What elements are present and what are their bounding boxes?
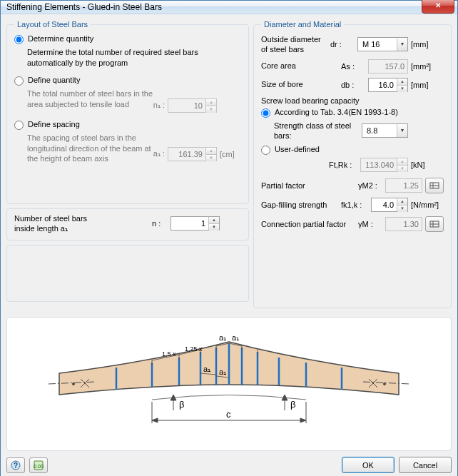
gap-input[interactable] xyxy=(372,198,397,211)
od-symbol: dr : xyxy=(330,40,355,49)
strength-class-combo[interactable]: 8.8 ▼ xyxy=(362,123,408,138)
empty-group xyxy=(6,245,249,302)
od-label: Outside diameter of steel bars xyxy=(261,34,327,55)
num-bars-label: Number of steel bars inside length a₁ xyxy=(14,213,152,234)
help-button[interactable]: ? xyxy=(6,457,25,473)
conn-label: Connection partial factor xyxy=(261,219,355,229)
core-symbol: As : xyxy=(341,62,365,71)
ftrk-spinner: ▲▼ xyxy=(360,158,408,172)
spin-up-icon[interactable]: ▲ xyxy=(397,198,407,206)
core-value xyxy=(369,60,407,73)
gap-spinner[interactable]: ▲▼ xyxy=(371,198,408,212)
ftrk-input xyxy=(361,158,397,171)
spin-down-icon: ▼ xyxy=(206,155,216,161)
spin-down-icon: ▼ xyxy=(397,166,407,172)
diagram-panel: 1,5 x 1,25 x a₁ a₁ a₁ a₁ xyxy=(6,317,452,451)
a1-spinner: ▲▼ xyxy=(168,147,217,161)
window-title: Stiffening Elements - Glued-in Steel Bar… xyxy=(6,2,422,12)
cancel-button[interactable]: Cancel xyxy=(399,457,452,473)
svg-text:0.00: 0.00 xyxy=(34,464,44,469)
ftrk-symbol: Ft,Rk : xyxy=(329,161,357,169)
spin-up-icon: ▲ xyxy=(206,148,216,155)
a1-symbol: a₁ : xyxy=(153,149,165,158)
beam-diagram: 1,5 x 1,25 x a₁ a₁ a₁ a₁ xyxy=(7,318,451,450)
ok-button[interactable]: OK xyxy=(342,457,395,473)
num-bars-group: Number of steel bars inside length a₁ n … xyxy=(6,208,249,240)
radio-define-quantity-label: Define quantity xyxy=(28,76,80,84)
radio-user-defined-label: User-defined xyxy=(275,145,320,153)
n1-input xyxy=(168,99,205,112)
bore-unit: [mm] xyxy=(411,81,444,89)
n-input[interactable] xyxy=(171,217,208,230)
bore-symbol: db : xyxy=(341,81,365,89)
strength-class-label: Strength class of steel bars: xyxy=(274,121,359,141)
partial-label: Partial factor xyxy=(261,181,355,191)
radio-according-tab-label: According to Tab. 3.4(EN 1993-1-8) xyxy=(275,108,398,116)
gap-symbol: fk1,k : xyxy=(341,201,368,209)
svg-text:?: ? xyxy=(14,462,18,470)
help-icon: ? xyxy=(11,460,21,470)
partial-settings-button[interactable] xyxy=(425,178,444,193)
a1-unit: [cm] xyxy=(220,150,241,158)
define-spacing-desc: The spacing of steel bars in the longitu… xyxy=(27,133,153,165)
screw-head: Screw load bearing capacity xyxy=(261,96,444,105)
determine-quantity-desc: Determine the total number of required s… xyxy=(27,47,241,69)
spin-down-icon[interactable]: ▼ xyxy=(209,224,219,231)
partial-display xyxy=(385,178,422,193)
od-combo[interactable]: M 16 ▼ xyxy=(357,37,408,51)
svg-text:a₁: a₁ xyxy=(219,368,226,376)
spin-down-icon[interactable]: ▼ xyxy=(397,86,407,92)
radio-determine-quantity[interactable] xyxy=(14,35,24,44)
chevron-down-icon[interactable]: ▼ xyxy=(397,38,407,51)
spin-down-icon[interactable]: ▼ xyxy=(397,206,407,212)
core-label: Core area xyxy=(261,61,338,71)
n-spinner[interactable]: ▲▼ xyxy=(171,216,220,231)
titlebar: Stiffening Elements - Glued-in Steel Bar… xyxy=(1,1,457,14)
spin-up-icon[interactable]: ▲ xyxy=(397,79,407,86)
layout-legend: Layout of Steel Bars xyxy=(14,20,91,29)
radio-user-defined[interactable] xyxy=(261,146,270,155)
partial-value xyxy=(386,179,422,192)
chevron-down-icon[interactable]: ▼ xyxy=(397,124,407,137)
gap-label: Gap-filling strength xyxy=(261,200,338,210)
units-button[interactable]: 0.00 xyxy=(29,457,48,473)
svg-text:1,25 x: 1,25 x xyxy=(185,345,203,353)
gap-unit: [N/mm²] xyxy=(411,201,444,209)
radio-according-tab[interactable] xyxy=(261,108,270,118)
bore-label: Size of bore xyxy=(261,79,338,89)
layout-group: Layout of Steel Bars Determine quantity … xyxy=(6,20,249,204)
bore-input[interactable] xyxy=(369,79,397,91)
partial-symbol: γM2 : xyxy=(358,181,382,190)
core-display xyxy=(368,59,408,74)
bore-spinner[interactable]: ▲▼ xyxy=(368,78,408,92)
n1-symbol: n₁ : xyxy=(153,101,165,110)
spin-up-icon[interactable]: ▲ xyxy=(209,217,219,224)
a1-input xyxy=(168,148,205,161)
content-area: Layout of Steel Bars Determine quantity … xyxy=(1,14,457,476)
library-icon xyxy=(429,220,439,228)
conn-symbol: γM : xyxy=(358,220,382,228)
spin-up-icon: ▲ xyxy=(397,158,407,166)
svg-text:β: β xyxy=(290,399,295,410)
diam-legend: Diameter and Material xyxy=(261,20,344,29)
radio-determine-quantity-label: Determine quantity xyxy=(28,34,93,43)
conn-value xyxy=(386,218,422,231)
ftrk-unit: [kN] xyxy=(411,161,444,169)
radio-define-quantity[interactable] xyxy=(14,76,24,86)
dialog-window: Stiffening Elements - Glued-in Steel Bar… xyxy=(0,0,458,476)
calculator-icon: 0.00 xyxy=(34,460,44,470)
svg-text:a₁: a₁ xyxy=(203,365,210,373)
n-symbol: n : xyxy=(152,219,171,228)
svg-text:1,5 x: 1,5 x xyxy=(162,350,176,358)
conn-display xyxy=(385,217,422,231)
od-value: M 16 xyxy=(358,40,397,49)
conn-settings-button[interactable] xyxy=(425,216,444,232)
svg-text:a₁: a₁ xyxy=(219,333,226,342)
radio-define-spacing[interactable] xyxy=(14,121,24,130)
svg-text:c: c xyxy=(226,409,231,420)
diameter-material-group: Diameter and Material Outside diameter o… xyxy=(253,20,452,308)
footer: ? 0.00 OK Cancel xyxy=(6,455,452,473)
close-button[interactable]: ✕ xyxy=(422,0,454,14)
n1-spinner: ▲▼ xyxy=(168,98,217,113)
svg-marker-53 xyxy=(300,418,306,422)
